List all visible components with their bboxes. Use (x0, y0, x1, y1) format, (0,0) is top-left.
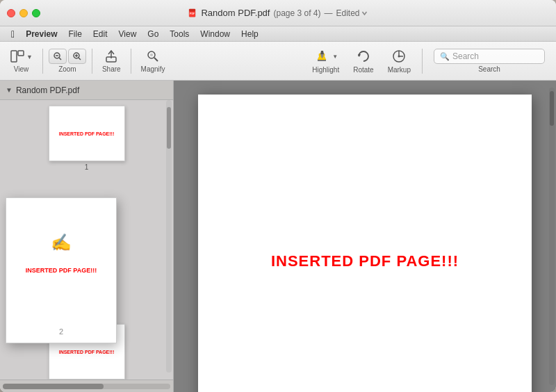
sidebar: ▼ Random PDF.pdf INSERTED PDF PAGE!!! 1 … (0, 81, 174, 392)
menu-preview[interactable]: Preview (20, 26, 63, 42)
search-label: Search (478, 65, 500, 73)
markup-label: Markup (388, 66, 411, 74)
rotate-icon (355, 48, 372, 65)
svg-line-15 (154, 58, 158, 61)
titlebar-page-info: (page 3 of 4) (273, 8, 320, 18)
pdf-view[interactable]: INSERTED PDF PAGE!!! (174, 81, 556, 392)
menu-file[interactable]: File (63, 26, 88, 42)
toolbar: ▼ View (0, 42, 556, 81)
svg-point-22 (398, 56, 400, 58)
toolbar-sep-4 (422, 49, 423, 74)
svg-point-16 (150, 54, 153, 56)
sidebar-filename: Random PDF.pdf (16, 85, 79, 95)
app-window: PDF Random PDF.pdf (page 3 of 4) — Edite… (0, 0, 556, 392)
bottom-thumb (3, 384, 104, 389)
menu-edit[interactable]: Edit (88, 26, 113, 42)
magnify-label: Magnify (141, 65, 165, 73)
zoom-out-button[interactable] (49, 49, 67, 64)
toolbar-sep-1 (42, 49, 43, 74)
thumb-hover-text: INSERTED PDF PAGE!!! (26, 267, 97, 274)
sidebar-collapse-icon[interactable]: ▼ (6, 86, 13, 94)
highlight-button[interactable]: ▼ Highlight (306, 45, 345, 76)
titlebar-edited-label: Edited (336, 8, 368, 18)
titlebar-filename: Random PDF.pdf (201, 8, 270, 18)
bottom-track[interactable] (3, 384, 170, 389)
menu-window[interactable]: Window (195, 26, 236, 42)
view-label: View (14, 65, 29, 73)
menu-go[interactable]: Go (142, 26, 164, 42)
thumbnail-page-1[interactable]: INSERTED PDF PAGE!!! 1 (6, 106, 167, 171)
hand-cursor-icon: ✍️ (51, 233, 72, 252)
search-placeholder: Search (452, 51, 539, 61)
search-group: 🔍 Search Search (428, 46, 550, 76)
main-content: ▼ Random PDF.pdf INSERTED PDF PAGE!!! 1 … (0, 81, 556, 392)
svg-text:PDF: PDF (190, 12, 195, 15)
markup-button[interactable]: Markup (382, 45, 416, 76)
toolbar-sep-2 (92, 49, 92, 74)
titlebar-center: PDF Random PDF.pdf (page 3 of 4) — Edite… (188, 8, 368, 18)
pdf-scrollbar[interactable] (549, 88, 555, 385)
apple-menu[interactable]:  (6, 28, 20, 40)
toolbar-sep-3 (131, 49, 131, 74)
sidebar-scrollbar[interactable] (166, 100, 172, 373)
highlight-chevron: ▼ (332, 54, 338, 60)
titlebar: PDF Random PDF.pdf (page 3 of 4) — Edite… (0, 0, 556, 26)
share-button[interactable]: Share (98, 46, 125, 76)
svg-rect-3 (11, 51, 17, 62)
share-icon (104, 49, 119, 64)
share-label: Share (102, 65, 121, 73)
sidebar-scrollbar-thumb (167, 107, 171, 149)
thumbnail-hover-preview: ✍️ INSERTED PDF PAGE!!! 2 (6, 197, 117, 343)
rotate-label: Rotate (353, 66, 373, 74)
maximize-button[interactable] (32, 9, 40, 17)
titlebar-separator: — (325, 8, 333, 18)
search-icon: 🔍 (440, 52, 450, 61)
highlight-icon (313, 48, 330, 65)
thumb-1-text: INSERTED PDF PAGE!!! (59, 131, 115, 136)
rotate-button[interactable]: Rotate (348, 45, 379, 76)
view-button[interactable]: ▼ View (6, 46, 37, 76)
pdf-page-content: INSERTED PDF PAGE!!! (271, 252, 459, 270)
zoom-label: Zoom (58, 65, 76, 73)
thumb-1-num: 1 (6, 163, 167, 171)
pdf-scrollbar-thumb (550, 91, 554, 126)
svg-line-7 (59, 58, 61, 60)
search-box[interactable]: 🔍 Search (434, 49, 545, 64)
menu-tools[interactable]: Tools (164, 26, 195, 42)
sidebar-header: ▼ Random PDF.pdf (0, 81, 173, 100)
svg-rect-4 (18, 51, 24, 56)
sidebar-bottom-scrollbar (0, 379, 173, 392)
minimize-button[interactable] (19, 9, 28, 17)
markup-icon (391, 48, 407, 65)
chevron-down-icon (361, 10, 368, 17)
close-button[interactable] (7, 9, 15, 17)
svg-rect-1 (189, 8, 195, 11)
pdf-icon: PDF (188, 8, 197, 18)
thumb-hover-num: 2 (59, 327, 63, 336)
thumb-2-text: INSERTED PDF PAGE!!! (59, 350, 115, 354)
zoom-in-button[interactable] (68, 49, 86, 64)
magnify-icon (145, 49, 161, 64)
menubar:  Preview File Edit View Go Tools Window… (0, 26, 556, 42)
highlight-label: Highlight (312, 66, 339, 74)
view-icon (10, 49, 25, 64)
zoom-group: Zoom (49, 49, 86, 73)
traffic-lights (7, 9, 40, 17)
menu-view[interactable]: View (113, 26, 142, 42)
menu-help[interactable]: Help (236, 26, 264, 42)
svg-line-11 (79, 58, 81, 60)
thumbnails-container[interactable]: INSERTED PDF PAGE!!! 1 ✍️ INSERTED PDF P… (0, 100, 173, 379)
magnify-button[interactable]: Magnify (137, 46, 170, 76)
pdf-page: INSERTED PDF PAGE!!! (198, 95, 532, 392)
